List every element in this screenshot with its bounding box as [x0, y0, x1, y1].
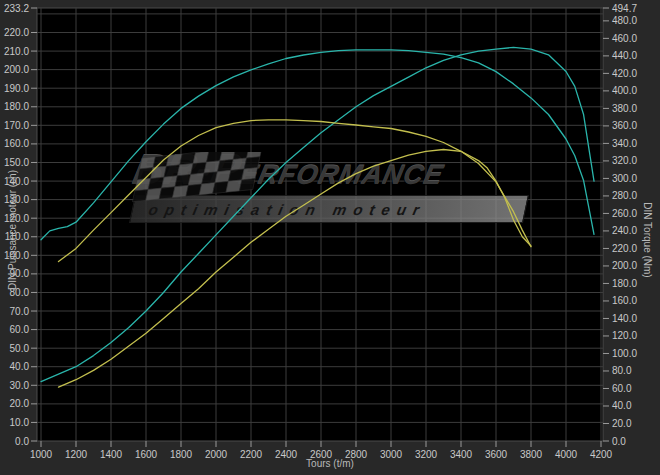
curve-torque_modified: [41, 50, 594, 240]
left-axis-title: DIN Puissance moteur (ch): [7, 170, 18, 290]
x-axis-title: Tours (t/m): [306, 458, 354, 469]
right-axis-title: DIN Torque (Nm): [642, 202, 653, 277]
curve-torque_original: [59, 120, 532, 262]
curve-power_original: [59, 150, 532, 388]
chart-curves-layer: [0, 0, 660, 475]
dyno-chart: 1000120014001600180020002200240026002800…: [0, 0, 660, 475]
